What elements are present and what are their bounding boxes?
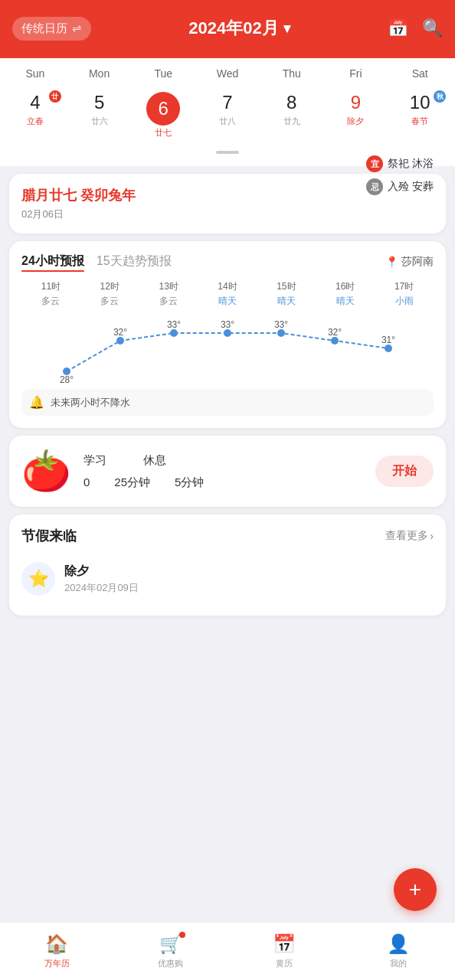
chevron-down-icon: ▾	[283, 20, 290, 37]
lunar-activities: 宜 祭祀 沐浴 忌 入殓 安葬	[366, 155, 434, 201]
pomodoro-start-button[interactable]: 开始	[375, 456, 434, 487]
hour-11: 11时 多云	[21, 280, 80, 308]
weather-chart: 28° 32° 33° 33° 33° 32° 31°	[21, 314, 434, 383]
deals-badge: 🛒	[159, 933, 182, 955]
date-7-num: 7	[197, 92, 258, 114]
weekday-sun: Sun	[3, 64, 67, 83]
svg-point-6	[385, 345, 392, 352]
nav-item-profile[interactable]: 👤 我的	[342, 923, 456, 980]
nav-item-deals[interactable]: 🛒 优惠购	[114, 923, 228, 980]
weekday-row: Sun Mon Tue Wed Thu Fri Sat	[0, 58, 455, 86]
nav-label-deals: 优惠购	[158, 958, 183, 969]
weekday-thu: Thu	[260, 64, 324, 83]
auspicious-text: 祭祀 沐浴	[388, 157, 434, 171]
weekday-wed: Wed	[195, 64, 260, 83]
tab-24h[interactable]: 24小时预报	[21, 253, 84, 270]
svg-text:32°: 32°	[113, 327, 127, 338]
date-4-lunar: 立春	[5, 116, 66, 127]
inauspicious-text: 入殓 安葬	[388, 180, 434, 194]
calendar-section: Sun Mon Tue Wed Thu Fri Sat 廿 4 立春 5 廿六 …	[0, 58, 455, 166]
count-value: 0	[83, 475, 90, 490]
holiday-item-chuxi[interactable]: ⭐ 除夕 2024年02月09日	[21, 554, 434, 603]
month-selector[interactable]: 2024年02月 ▾	[188, 17, 290, 40]
location-pin-icon: 📍	[385, 256, 398, 268]
svg-text:31°: 31°	[381, 335, 395, 345]
alert-text: 未来两小时不降水	[51, 396, 130, 410]
temperature-chart: 28° 32° 33° 33° 33° 32° 31°	[21, 314, 434, 383]
svg-point-4	[277, 329, 285, 337]
header-actions: 📅 🔍	[388, 18, 443, 38]
rest-label: 休息	[143, 453, 166, 468]
pomodoro-row: 🍅 学习 休息 0 25分钟 5分钟 开始	[21, 448, 434, 495]
date-5[interactable]: 5 廿六	[67, 89, 132, 142]
date-row: 廿 4 立春 5 廿六 6 廿七 7 廿八 8 廿九 9 除夕	[0, 86, 455, 148]
study-value: 25分钟	[114, 475, 150, 490]
hour-16: 16时 晴天	[316, 280, 375, 308]
date-8[interactable]: 8 廿九	[260, 89, 324, 142]
almanac-icon: 📅	[273, 933, 296, 955]
weekday-mon: Mon	[67, 64, 132, 83]
traditional-label: 传统日历	[21, 21, 67, 36]
app-header: 传统日历 ⇌ 2024年02月 ▾ 📅 🔍	[0, 0, 455, 58]
hourly-row: 11时 多云 12时 多云 13时 多云 14时 晴天 15时 晴天 16时 晴…	[21, 280, 434, 308]
rest-value: 5分钟	[175, 475, 204, 490]
weekday-tue: Tue	[131, 64, 195, 83]
date-7-lunar: 廿八	[197, 116, 258, 127]
hour-15: 15时 晴天	[257, 280, 316, 308]
date-4[interactable]: 廿 4 立春	[3, 89, 67, 142]
pomodoro-labels: 学习 休息 0 25分钟 5分钟	[83, 453, 375, 490]
pomodoro-icon: 🍅	[21, 448, 71, 495]
profile-icon: 👤	[387, 933, 410, 955]
cart-icon: 🛒	[159, 933, 182, 954]
date-5-lunar: 廿六	[69, 116, 130, 127]
svg-point-5	[331, 337, 339, 345]
date-8-lunar: 廿九	[261, 116, 322, 127]
holiday-card: 节假来临 查看更多 › ⭐ 除夕 2024年02月09日	[9, 514, 446, 616]
holiday-more-button[interactable]: 查看更多 ›	[385, 529, 434, 543]
svg-point-3	[224, 329, 231, 337]
date-10[interactable]: 秋 10 春节	[388, 89, 452, 142]
nav-item-calendar[interactable]: 🏠 万年历	[0, 923, 114, 980]
scroll-dot	[216, 151, 239, 154]
lunar-card: 宜 祭祀 沐浴 忌 入殓 安葬 腊月廿七 癸卯兔年 02月06日	[9, 174, 446, 234]
date-9-num: 9	[326, 92, 387, 114]
svg-text:33°: 33°	[221, 319, 234, 330]
bell-icon: 🔔	[29, 395, 44, 410]
more-text: 查看更多	[385, 529, 428, 543]
hour-17: 17时 小雨	[375, 280, 434, 308]
weekday-fri: Fri	[324, 64, 388, 83]
date-7[interactable]: 7 廿八	[195, 89, 260, 142]
date-9[interactable]: 9 除夕	[324, 89, 388, 142]
pomodoro-label-row: 学习 休息	[83, 453, 375, 468]
month-display: 2024年02月	[188, 17, 278, 40]
holiday-header: 节假来临 查看更多 ›	[21, 527, 434, 545]
nav-item-almanac[interactable]: 📅 黄历	[228, 923, 342, 980]
fab-button[interactable]: +	[394, 868, 437, 911]
chevron-right-icon: ›	[430, 530, 434, 542]
weather-tabs: 24小时预报 15天趋势预报 📍 莎阿南	[21, 253, 434, 270]
pomodoro-card: 🍅 学习 休息 0 25分钟 5分钟 开始	[9, 436, 446, 507]
svg-point-1	[116, 337, 124, 345]
weather-location: 📍 莎阿南	[385, 255, 434, 269]
holiday-name: 除夕	[64, 564, 139, 580]
date-6[interactable]: 6 廿七	[131, 89, 195, 142]
fab-plus-icon: +	[409, 877, 421, 902]
calendar-icon[interactable]: 📅	[388, 18, 408, 38]
tab-15d[interactable]: 15天趋势预报	[97, 253, 172, 270]
search-icon[interactable]: 🔍	[422, 18, 443, 38]
study-label: 学习	[83, 453, 106, 468]
traditional-calendar-button[interactable]: 传统日历 ⇌	[12, 17, 91, 41]
nav-label-almanac: 黄历	[276, 958, 293, 969]
hour-12: 12时 多云	[80, 280, 139, 308]
weather-alert: 🔔 未来两小时不降水	[21, 389, 434, 416]
home-icon: 🏠	[45, 933, 68, 955]
date-6-lunar: 廿七	[133, 127, 194, 139]
nav-label-profile: 我的	[390, 958, 407, 969]
date-10-badge: 秋	[434, 90, 446, 103]
date-9-lunar: 除夕	[326, 116, 387, 127]
nav-label-calendar: 万年历	[44, 958, 70, 969]
bottom-nav: 🏠 万年历 🛒 优惠购 📅 黄历 👤 我的	[0, 922, 455, 980]
date-6-num: 6	[146, 92, 180, 126]
svg-text:33°: 33°	[274, 319, 288, 330]
svg-text:28°: 28°	[60, 374, 74, 383]
